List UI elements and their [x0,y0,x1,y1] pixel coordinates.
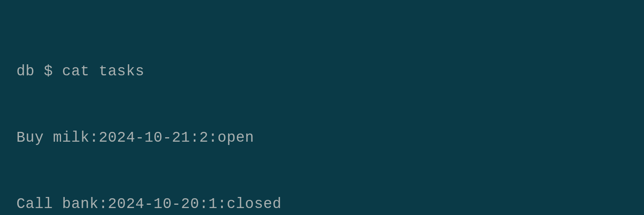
terminal-output-line: Call bank:2024-10-20:1:closed [16,193,628,215]
terminal-output-line: Buy milk:2024-10-21:2:open [16,127,628,149]
terminal-window[interactable]: db $ cat tasks Buy milk:2024-10-21:2:ope… [16,16,628,215]
terminal-line-prompt-command: db $ cat tasks [16,61,628,83]
